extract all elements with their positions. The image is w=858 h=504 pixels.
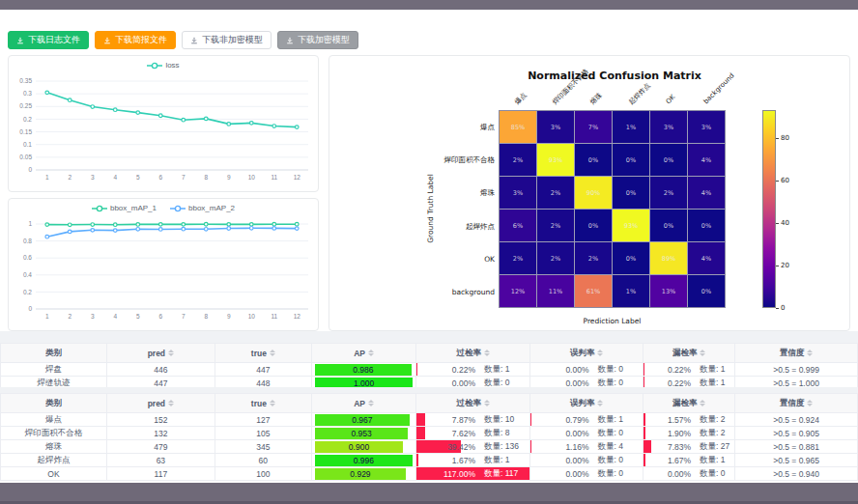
rate-quantity: 数量: 136 xyxy=(484,441,519,453)
confusion-matrix-card: Normalized Confusion Matrix Ground Truth… xyxy=(329,55,850,331)
column-header-pred[interactable]: pred xyxy=(106,394,214,413)
svg-text:7: 7 xyxy=(182,313,186,320)
download-icon xyxy=(103,37,111,44)
cell-over-rate: 1.67%数量: 1 xyxy=(416,454,530,467)
column-header-pred[interactable]: pred xyxy=(106,344,214,363)
legend-label: loss xyxy=(165,61,179,70)
matrix-cell: 93% xyxy=(613,210,649,241)
matrix-cell: 4% xyxy=(688,242,725,274)
column-header-过检率[interactable]: 过检率 xyxy=(416,394,530,413)
ap-bar: 0.967 xyxy=(315,414,410,426)
legend-item-bbox_mAP_1[interactable]: bbox_mAP_1 xyxy=(92,204,157,212)
matrix-cell: 90% xyxy=(575,177,612,209)
matrix-row-label: 熔珠 xyxy=(390,188,495,198)
sort-icon[interactable] xyxy=(168,400,174,406)
rate-percent: 1.90% xyxy=(644,429,691,438)
matrix-cell: 11% xyxy=(537,275,574,307)
sort-icon[interactable] xyxy=(484,350,490,356)
matrix-cell: 0% xyxy=(613,144,649,176)
cell-class: 起焊炸点 xyxy=(1,454,107,467)
sort-icon[interactable] xyxy=(270,350,275,356)
matrix-cell: 93% xyxy=(537,144,574,176)
svg-text:9: 9 xyxy=(227,313,231,320)
matrix-cell: 85% xyxy=(500,111,536,143)
sort-icon[interactable] xyxy=(270,400,275,406)
matrix-cell: 0% xyxy=(688,210,725,241)
matrix-cell: 12% xyxy=(500,275,536,307)
rate-quantity: 数量: 4 xyxy=(597,441,622,453)
rate-percent: 0.00% xyxy=(416,378,475,388)
download-unencrypted-model-button[interactable]: 下载非加密模型 xyxy=(182,31,272,49)
legend-marker-icon xyxy=(147,62,162,70)
cell-pred: 132 xyxy=(106,427,214,440)
column-header-true[interactable]: true xyxy=(214,394,311,413)
svg-text:0.15: 0.15 xyxy=(19,128,32,135)
rate-percent: 39.42% xyxy=(416,442,475,452)
ap-bar: 0.953 xyxy=(315,428,408,439)
svg-text:3: 3 xyxy=(91,313,95,320)
column-header-true[interactable]: true xyxy=(214,344,311,363)
sort-icon[interactable] xyxy=(700,350,705,356)
column-header-过检率[interactable]: 过检率 xyxy=(416,344,530,363)
download-toolbar: 下载日志文件 下载简报文件 下载非加密模型 下载加密模型 xyxy=(8,31,358,49)
column-header-漏检率[interactable]: 漏检率 xyxy=(644,394,735,413)
cell-miss-rate: 7.83%数量: 27 xyxy=(644,440,735,454)
cell-true: 105 xyxy=(214,427,311,440)
svg-text:7: 7 xyxy=(182,174,186,181)
matrix-column-label: 熔珠 xyxy=(588,91,604,106)
window-frame-bottom xyxy=(0,483,858,504)
legend-item-bbox_mAP_2[interactable]: bbox_mAP_2 xyxy=(170,204,235,212)
column-header-AP[interactable]: AP xyxy=(311,344,415,363)
download-report-button[interactable]: 下载简报文件 xyxy=(95,31,176,49)
cell-pred: 152 xyxy=(106,413,214,427)
matrix-cell: 7% xyxy=(575,111,612,143)
rate-quantity: 数量: 1 xyxy=(484,455,509,466)
sort-icon[interactable] xyxy=(168,350,174,356)
cell-class: 熔珠 xyxy=(1,440,107,454)
svg-text:4: 4 xyxy=(113,174,117,181)
column-header-置信度[interactable]: 置信度 xyxy=(735,394,858,413)
confusion-matrix-xlabel: Prediction Label xyxy=(499,317,726,325)
column-header-漏检率[interactable]: 漏检率 xyxy=(644,344,735,363)
sort-icon[interactable] xyxy=(368,350,374,356)
cell-misjudge-rate: 0.00%数量: 0 xyxy=(530,454,644,467)
matrix-row-label: background xyxy=(390,288,495,296)
svg-text:0.05: 0.05 xyxy=(19,154,32,160)
matrix-cell: 2% xyxy=(575,242,612,274)
download-encrypted-model-button[interactable]: 下载加密模型 xyxy=(277,31,358,49)
matrix-row-label: 起焊炸点 xyxy=(390,222,495,232)
sort-icon[interactable] xyxy=(700,400,705,406)
matrix-cell: 4% xyxy=(688,177,725,209)
svg-text:11: 11 xyxy=(271,313,277,320)
svg-text:4: 4 xyxy=(113,313,117,320)
rate-quantity: 数量: 1 xyxy=(597,414,622,426)
matrix-cell: 2% xyxy=(537,177,574,209)
download-log-button[interactable]: 下载日志文件 xyxy=(8,31,89,49)
sort-icon[interactable] xyxy=(484,400,490,406)
loss-chart-legend: loss xyxy=(9,61,318,70)
colorbar-tick-label: 0 xyxy=(781,304,785,312)
loss-chart-card: loss 00.050.10.150.20.250.30.35123456789… xyxy=(8,55,319,192)
sort-icon[interactable] xyxy=(807,350,813,356)
cell-true: 447 xyxy=(214,363,311,377)
sort-icon[interactable] xyxy=(597,400,603,406)
cell-pred: 63 xyxy=(106,454,214,467)
matrix-cell: 0% xyxy=(650,144,687,176)
rate-percent: 0.00% xyxy=(644,469,691,479)
svg-text:11: 11 xyxy=(271,174,277,181)
sort-icon[interactable] xyxy=(807,400,813,406)
legend-item-loss[interactable]: loss xyxy=(147,61,179,70)
confusion-matrix-ylabel: Ground Truth Label xyxy=(426,174,435,243)
download-encrypted-model-label: 下载加密模型 xyxy=(298,36,350,44)
ap-bar: 0.996 xyxy=(315,455,413,466)
sort-icon[interactable] xyxy=(368,400,374,406)
svg-text:0.2: 0.2 xyxy=(23,289,32,295)
sort-icon[interactable] xyxy=(597,350,603,356)
cell-misjudge-rate: 0.00%数量: 0 xyxy=(530,427,644,440)
column-header-误判率[interactable]: 误判率 xyxy=(530,394,644,413)
column-header-误判率[interactable]: 误判率 xyxy=(530,344,644,363)
cell-true: 60 xyxy=(214,454,311,467)
rate-percent: 1.57% xyxy=(644,415,691,425)
column-header-AP[interactable]: AP xyxy=(311,394,415,413)
column-header-置信度[interactable]: 置信度 xyxy=(735,344,858,363)
